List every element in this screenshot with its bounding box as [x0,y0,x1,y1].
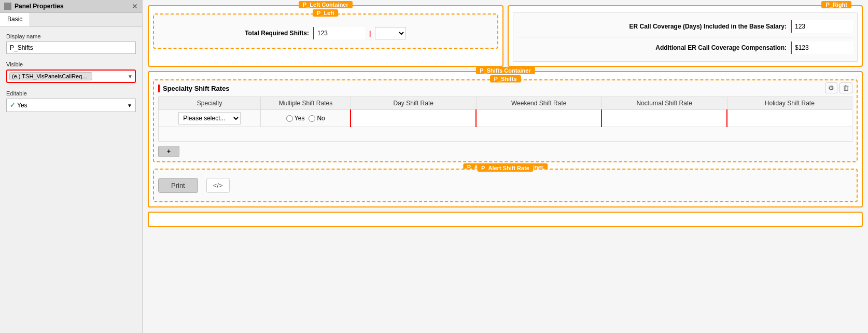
er-coverage-label: ER Call Coverage (Days) Included in the … [517,23,787,30]
day-shift-rate-cell[interactable] [351,110,476,127]
visible-field-wrapper[interactable]: (e.) TSH_VisPanelsCallRequi... ▼ [6,70,136,83]
specialty-cell: Please select... [159,110,261,127]
empty-row [159,127,852,142]
alert-buttons-row: Print </> [158,174,852,197]
specialty-select-wrapper: Please select... [163,112,256,124]
p-left-container-label: P_Left Container [299,1,353,8]
display-name-label: Display name [6,33,136,39]
chevron-down-icon: ▼ [128,74,133,79]
p-shifts-container: P_Shifts Container P_Shifts ⚙ 🗑 Specialt… [148,71,863,207]
p-alert-inner: P_Alert Shift Rate Print </> [153,169,858,202]
additional-er-input[interactable] [791,41,853,54]
checkmark-icon: ✓ [10,102,15,109]
visible-field-value: (e.) TSH_VisPanelsCallRequi... [9,72,92,80]
trash-button[interactable]: 🗑 [839,82,852,93]
visible-label: Visible [6,61,136,67]
divider [517,37,853,37]
p-left-inner: P_Left Total Required Shifts: | [153,13,498,49]
gear-button[interactable]: ⚙ [825,82,837,93]
weekend-shift-rate-input[interactable] [481,112,597,124]
p-right-container: P_Right ER Call Coverage (Days) Included… [508,5,863,67]
p-left-label: P_Left [313,9,339,17]
main-content: P_Left Container P_Left Total Required S… [143,0,868,333]
container-toolbar: ⚙ 🗑 [825,82,852,93]
er-coverage-row: ER Call Coverage (Days) Included in the … [517,17,853,36]
p-right-label: P_Right [821,1,851,8]
specialty-table: Specialty Multiple Shift Rates Day Shift… [158,96,852,142]
close-button[interactable]: ✕ [132,2,138,10]
holiday-shift-rate-cell[interactable] [727,110,852,127]
panel-body: Display name Visible (e.) TSH_VisPanelsC… [0,27,142,118]
no-radio-label[interactable]: No [309,115,325,122]
tab-basic[interactable]: Basic [0,13,30,26]
col-multiple-shift: Multiple Shift Rates [261,97,351,110]
col-holiday-shift: Holiday Shift Rate [727,97,852,110]
p-alert-label: P_Alert Shift Rate [477,164,534,172]
specialty-shift-rates-title: Specialty Shift Rates [158,85,852,92]
panel-icon [4,3,11,10]
visible-group: Visible (e.) TSH_VisPanelsCallRequi... ▼ [6,61,136,83]
multiple-shift-cell: Yes No [261,110,351,127]
additional-er-row: Additional ER Call Coverage Compensation… [517,38,853,57]
specialty-select[interactable]: Please select... [178,112,241,124]
table-row: Please select... Yes [159,110,852,127]
nocturnal-shift-rate-input[interactable] [606,112,722,124]
p-shifts-container-label: P_Shifts Container [475,67,535,74]
total-required-label: Total Required Shifts: [245,30,309,37]
yes-radio[interactable] [286,115,293,122]
chevron-down-icon: ▼ [127,103,132,108]
panel-properties: Panel Properties ✕ Basic Display name Vi… [0,0,143,333]
col-nocturnal-shift: Nocturnal Shift Rate [601,97,727,110]
total-required-input[interactable] [313,27,365,39]
p-right-inner: ER Call Coverage (Days) Included in the … [513,12,858,62]
p-shifts-label: P_Shifts [489,75,521,82]
separator-icon: | [369,30,371,37]
add-row-button[interactable]: + [158,146,179,157]
editable-value: Yes [17,102,27,109]
col-specialty: Specialty [159,97,261,110]
total-required-select[interactable] [375,27,406,39]
additional-er-label: Additional ER Call Coverage Compensation… [517,44,787,51]
display-name-group: Display name [6,33,136,54]
code-button[interactable]: </> [206,178,230,193]
er-coverage-input[interactable] [791,20,853,33]
no-radio[interactable] [309,115,315,122]
holiday-shift-rate-input[interactable] [732,112,848,124]
col-weekend-shift: Weekend Shift Rate [476,97,601,110]
day-shift-rate-input[interactable] [355,112,471,124]
print-button[interactable]: Print [158,178,198,193]
panel-header: Panel Properties ✕ [0,0,142,13]
top-section: P_Left Container P_Left Total Required S… [148,5,863,67]
display-name-input[interactable] [6,41,136,54]
p-alert-container: P_Alert Shift Rate Container P_Alert Shi… [153,169,858,202]
col-day-shift: Day Shift Rate [351,97,476,110]
nocturnal-shift-rate-cell[interactable] [601,110,727,127]
panel-title: Panel Properties [15,3,64,10]
bottom-container [148,212,863,227]
editable-group: Editable ✓ Yes ▼ [6,90,136,112]
weekend-shift-rate-cell[interactable] [476,110,601,127]
editable-label: Editable [6,90,136,96]
panel-header-title: Panel Properties [4,3,64,10]
radio-group: Yes No [265,115,346,122]
p-shifts-inner: P_Shifts ⚙ 🗑 Specialty Shift Rates Speci… [153,79,858,162]
total-required-row: Total Required Shifts: | [158,23,493,44]
editable-select[interactable]: ✓ Yes ▼ [6,99,136,112]
yes-radio-label[interactable]: Yes [286,115,305,122]
panel-tabs: Basic [0,13,142,27]
p-left-container: P_Left Container P_Left Total Required S… [148,5,503,67]
